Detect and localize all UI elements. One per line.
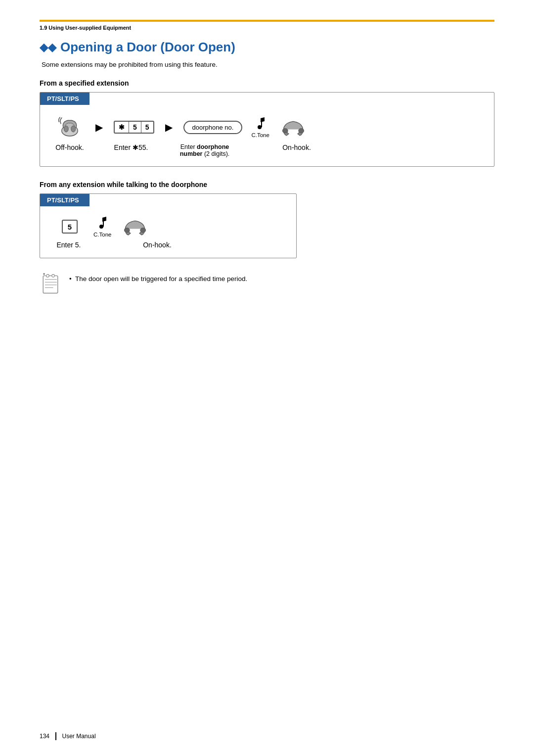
ctone2-label: C.Tone	[93, 232, 111, 237]
note-icon	[40, 272, 61, 296]
section-label: 1.9 Using User-supplied Equipment	[40, 25, 494, 31]
svg-rect-10	[140, 228, 146, 233]
intro-text: Some extensions may be prohibited from u…	[42, 61, 494, 68]
title-text: Opening a Door (Door Open)	[60, 40, 235, 55]
footer: 134 User Manual	[40, 732, 494, 740]
title-diamonds-icon: ◆◆	[40, 41, 56, 54]
section1-box-content: ▶ ✱ 5 5 ▶ doorphone no.	[40, 105, 494, 157]
label-doorphone: Enter doorphonenumber (2 digits).	[178, 143, 232, 157]
star-key: ✱	[115, 122, 129, 133]
doorphone-btn: doorphone no.	[183, 121, 243, 134]
arrow1-icon: ▶	[95, 121, 103, 133]
section1-flow-row: ▶ ✱ 5 5 ▶ doorphone no.	[55, 114, 479, 141]
section2-heading: From any extension while talking to the …	[40, 181, 494, 189]
bullet: •	[69, 275, 72, 283]
key5-item: 5	[55, 220, 85, 234]
section1-box: PT/SLT/PS	[40, 92, 494, 167]
svg-rect-6	[299, 129, 304, 133]
svg-point-1	[64, 126, 68, 132]
page-title: ◆◆ Opening a Door (Door Open)	[40, 40, 494, 55]
offhook-icon	[56, 114, 83, 141]
footer-label: User Manual	[62, 733, 96, 740]
label-onhook1: On-hook.	[279, 143, 314, 151]
five1-key: 5	[129, 122, 141, 133]
five2-key: 5	[141, 122, 153, 133]
ctone2-icon	[95, 216, 109, 231]
onhook1-icon	[280, 116, 307, 139]
arrow2-icon: ▶	[165, 121, 173, 133]
section1-box-header: PT/SLT/PS	[40, 93, 89, 105]
ctone1-label: C.Tone	[251, 132, 269, 138]
star55-key: ✱ 5 5	[114, 121, 154, 134]
section1-labels-row: Off-hook. Enter ✱55. Enter doorphonenumb…	[55, 143, 479, 157]
star55-item: ✱ 5 5	[114, 121, 154, 134]
page-number: 134	[40, 733, 49, 740]
doorphone-item: doorphone no.	[183, 121, 243, 134]
footer-divider	[55, 732, 56, 740]
label-offhook: Off-hook.	[55, 143, 85, 151]
section2-flow-row: 5 C.Tone	[55, 215, 281, 238]
svg-point-3	[258, 125, 262, 129]
onhook2-item	[120, 215, 150, 238]
offhook-item	[55, 114, 85, 141]
top-rule	[40, 20, 494, 22]
label-onhook2: On-hook.	[140, 241, 175, 249]
svg-point-17	[52, 275, 55, 278]
section1-heading: From a specified extension	[40, 79, 494, 87]
section2-labels-row: Enter 5. On-hook.	[55, 241, 281, 249]
section2-box-content: 5 C.Tone	[40, 206, 296, 249]
svg-rect-9	[125, 228, 130, 233]
section2-box: PT/SLT/PS 5 C.Tone	[40, 193, 297, 258]
onhook1-item	[278, 116, 308, 139]
note-text: • The door open will be triggered for a …	[69, 272, 247, 283]
ctone2-item: C.Tone	[93, 216, 111, 237]
ctone1-icon	[254, 116, 267, 131]
ctone1-item: C.Tone	[251, 116, 269, 138]
page: 1.9 Using User-supplied Equipment ◆◆ Ope…	[0, 0, 534, 756]
svg-rect-11	[43, 276, 58, 293]
svg-point-18	[43, 273, 45, 275]
svg-point-7	[99, 225, 103, 229]
note-content: The door open will be triggered for a sp…	[75, 275, 247, 283]
svg-point-16	[46, 275, 49, 278]
label-star55: Enter ✱55.	[111, 143, 151, 151]
note-row: • The door open will be triggered for a …	[40, 272, 494, 296]
onhook2-icon	[122, 215, 148, 238]
label-enter5: Enter 5.	[55, 241, 83, 249]
section2-box-header: PT/SLT/PS	[40, 194, 89, 206]
key5-btn: 5	[62, 220, 78, 234]
svg-rect-5	[282, 129, 288, 133]
svg-point-2	[71, 126, 76, 132]
